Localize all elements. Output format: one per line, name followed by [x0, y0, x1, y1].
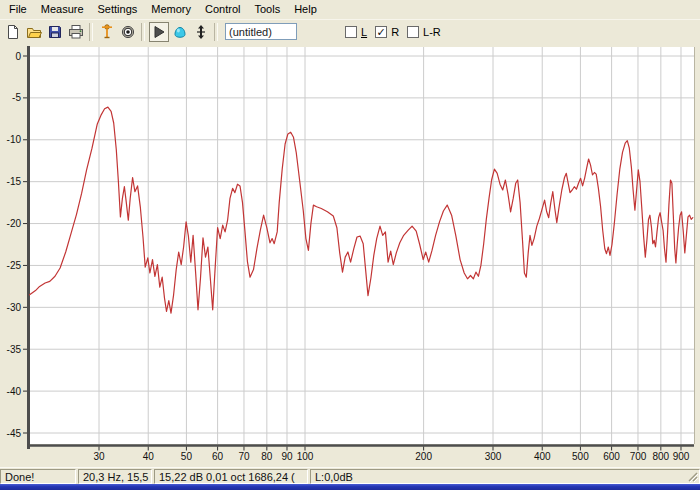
channel-checkbox-left[interactable]	[345, 26, 357, 38]
menu-control[interactable]: Control	[198, 1, 247, 18]
microphone-icon	[99, 24, 115, 40]
print-icon	[68, 24, 84, 40]
menu-memory[interactable]: Memory	[144, 1, 198, 18]
menu-settings[interactable]: Settings	[91, 1, 145, 18]
svg-text:-20: -20	[7, 218, 22, 229]
channel-label-left: L	[361, 26, 367, 38]
open-file-button[interactable]	[24, 22, 44, 42]
toolbar-separator	[141, 23, 145, 41]
toolbar: L ✓ R L-R	[0, 19, 700, 43]
status-measure-readout: 15,22 dB 0,01 oct 1686,24 (	[154, 469, 308, 484]
svg-text:60: 60	[212, 451, 224, 462]
play-measure-button[interactable]	[149, 22, 169, 42]
menu-measure[interactable]: Measure	[34, 1, 91, 18]
new-document-button[interactable]	[3, 22, 23, 42]
svg-text:800: 800	[652, 451, 669, 462]
svg-text:-30: -30	[7, 302, 22, 313]
svg-text:-25: -25	[7, 260, 22, 271]
channel-label-lr: L-R	[423, 26, 441, 38]
menu-bar: File Measure Settings Memory Control Too…	[0, 0, 700, 19]
status-cursor-readout: 20,3 Hz, 15,5 d	[78, 469, 152, 484]
taskbar-edge	[0, 484, 700, 490]
svg-text:-35: -35	[7, 344, 22, 355]
new-document-icon	[5, 24, 21, 40]
svg-text:40: 40	[143, 451, 155, 462]
channel-checkbox-right[interactable]: ✓	[375, 26, 387, 38]
svg-text:-45: -45	[7, 428, 22, 439]
toolbar-separator	[214, 23, 218, 41]
channel-toggle-group: L ✓ R L-R	[345, 26, 449, 38]
channel-checkbox-lr[interactable]	[407, 26, 419, 38]
play-icon	[151, 24, 167, 40]
channel-label-right: R	[391, 26, 399, 38]
svg-text:600: 600	[603, 451, 620, 462]
record-target-icon	[120, 24, 136, 40]
status-level-readout: L:0,0dB	[310, 469, 700, 484]
menu-help[interactable]: Help	[287, 1, 324, 18]
svg-text:100: 100	[297, 451, 314, 462]
save-icon	[47, 24, 63, 40]
open-folder-icon	[26, 24, 42, 40]
svg-text:700: 700	[630, 451, 647, 462]
svg-text:50: 50	[181, 451, 193, 462]
frequency-response-chart[interactable]: 0-5-10-15-20-25-30-35-40-453040506070809…	[0, 43, 700, 467]
svg-text:-5: -5	[12, 92, 21, 103]
svg-text:-40: -40	[7, 386, 22, 397]
microphone-input-button[interactable]	[97, 22, 117, 42]
status-bar: Done! 20,3 Hz, 15,5 d 15,22 dB 0,01 oct …	[0, 467, 700, 484]
svg-text:30: 30	[93, 451, 105, 462]
svg-text:70: 70	[238, 451, 250, 462]
print-button[interactable]	[66, 22, 86, 42]
save-button[interactable]	[45, 22, 65, 42]
svg-text:300: 300	[485, 451, 502, 462]
svg-text:400: 400	[534, 451, 551, 462]
resize-grip-icon[interactable]	[686, 470, 698, 482]
svg-text:-10: -10	[7, 134, 22, 145]
svg-text:0: 0	[15, 51, 21, 62]
chart-plot[interactable]: 0-5-10-15-20-25-30-35-40-453040506070809…	[0, 43, 700, 467]
svg-text:80: 80	[261, 451, 273, 462]
record-target-button[interactable]	[118, 22, 138, 42]
move-vertical-icon	[193, 24, 209, 40]
move-vertical-button[interactable]	[191, 22, 211, 42]
svg-text:500: 500	[572, 451, 589, 462]
svg-text:90: 90	[281, 451, 293, 462]
svg-text:-15: -15	[7, 176, 22, 187]
status-message: Done!	[0, 469, 76, 484]
toolbar-separator	[89, 23, 93, 41]
menu-tools[interactable]: Tools	[247, 1, 287, 18]
svg-text:900: 900	[673, 451, 690, 462]
menu-file[interactable]: File	[2, 1, 34, 18]
svg-text:200: 200	[415, 451, 432, 462]
preset-name-field[interactable]	[225, 23, 297, 40]
signal-generator-icon	[172, 24, 188, 40]
signal-generator-button[interactable]	[170, 22, 190, 42]
